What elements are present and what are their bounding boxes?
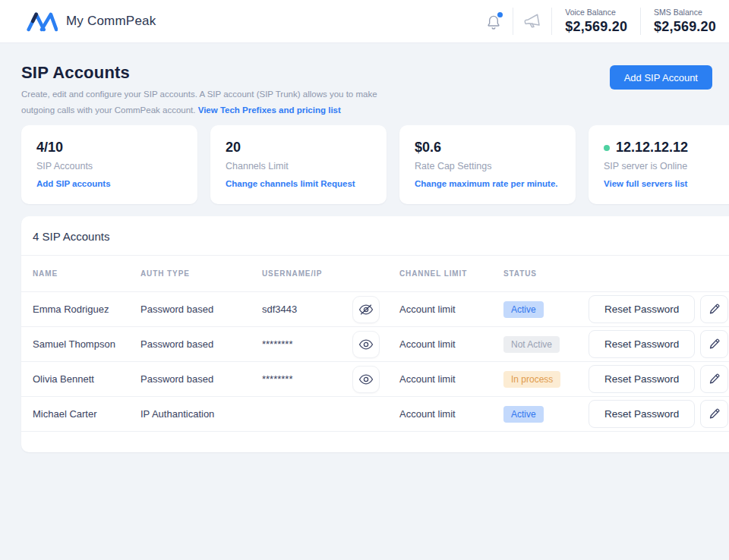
stat-label: SIP Accounts <box>36 161 182 171</box>
announcements-button[interactable] <box>513 0 551 42</box>
brand-name: My CommPeak <box>66 14 156 29</box>
auth-type: Password based <box>140 373 262 385</box>
channel-limit: Account limit <box>399 373 503 385</box>
stat-value: 20 <box>226 140 371 156</box>
eye-icon <box>358 374 374 385</box>
description-line-1: Create, edit and configure your SIP acco… <box>21 90 377 99</box>
stat-cards: 4/10 SIP Accounts Add SIP accounts 20 Ch… <box>21 125 729 204</box>
channel-limit: Account limit <box>399 304 503 315</box>
stat-card-rate-cap: $0.6 Rate Cap Settings Change maximum ra… <box>399 125 576 204</box>
table-row: Olivia Bennett Password based ******** A… <box>21 362 729 397</box>
reset-password-button[interactable]: Reset Password <box>589 330 695 358</box>
top-header: My CommPeak Voice Balance $2,569.20 <box>0 0 729 43</box>
username-ip: ******** <box>262 373 352 385</box>
table-header-row: NAME AUTH TYPE USERNAME/IP CHANNEL LIMIT… <box>21 256 729 292</box>
edit-button[interactable] <box>700 400 728 428</box>
tech-prefixes-pricing-link[interactable]: View Tech Prefixes and pricing list <box>198 105 341 115</box>
sip-accounts-table: 4 SIP Accounts NAME AUTH TYPE USERNAME/I… <box>21 216 729 452</box>
stat-value: $0.6 <box>415 140 560 156</box>
voice-balance: Voice Balance $2,569.20 <box>552 8 640 35</box>
toggle-password-visibility-button[interactable] <box>352 296 380 323</box>
stat-card-channels-limit: 20 Channels Limit Change channels limit … <box>210 125 387 204</box>
eye-off-icon <box>358 304 374 315</box>
column-header-channel-limit: CHANNEL LIMIT <box>399 269 503 278</box>
stat-label: Channels Limit <box>226 161 371 171</box>
page-description: Create, edit and configure your SIP acco… <box>21 87 377 118</box>
auth-type: Password based <box>140 304 262 315</box>
stat-value: 12.12.12.12 <box>604 140 729 156</box>
reset-password-button[interactable]: Reset Password <box>589 400 695 428</box>
toggle-password-visibility-button[interactable] <box>352 366 380 393</box>
column-header-auth-type: AUTH TYPE <box>140 269 262 278</box>
status-badge: In process <box>503 371 560 388</box>
status-badge: Active <box>503 406 544 423</box>
auth-type: Password based <box>140 338 262 350</box>
server-online-dot <box>604 145 610 151</box>
stat-card-sip-server: 12.12.12.12 SIP server is Online View fu… <box>589 125 729 204</box>
reset-password-button[interactable]: Reset Password <box>589 365 695 393</box>
stat-card-sip-accounts: 4/10 SIP Accounts Add SIP accounts <box>21 125 197 204</box>
account-name: Michael Carter <box>33 408 140 420</box>
pencil-icon <box>708 304 720 315</box>
sms-balance-label: SMS Balance <box>654 8 716 17</box>
sms-balance-value: $2,569.20 <box>654 19 716 35</box>
brand: My CommPeak <box>26 11 156 32</box>
voice-balance-value: $2,569.20 <box>565 19 627 35</box>
reset-password-button[interactable]: Reset Password <box>589 295 695 323</box>
commpeak-logo-icon <box>26 11 58 32</box>
toggle-password-visibility-button[interactable] <box>352 331 380 358</box>
stat-value: 4/10 <box>36 140 182 156</box>
server-ip: 12.12.12.12 <box>616 140 688 156</box>
channel-limit: Account limit <box>399 408 503 420</box>
stat-label: SIP server is Online <box>604 161 729 171</box>
column-header-username-ip: USERNAME/IP <box>262 269 399 278</box>
account-name: Emma Rodriguez <box>33 304 140 315</box>
table-body: Emma Rodriguez Password based sdf3443 Ac… <box>21 292 729 432</box>
add-sip-account-button[interactable]: Add SIP Account <box>610 65 712 90</box>
stat-label: Rate Cap Settings <box>415 161 560 171</box>
add-sip-accounts-link[interactable]: Add SIP accounts <box>36 179 111 188</box>
view-servers-list-link[interactable]: View full servers list <box>604 179 687 188</box>
column-header-name: NAME <box>33 269 140 278</box>
channel-limit: Account limit <box>399 338 503 350</box>
change-channels-limit-link[interactable]: Change channels limit Request <box>226 179 355 188</box>
table-title: 4 SIP Accounts <box>21 216 729 256</box>
edit-button[interactable] <box>700 365 728 393</box>
status-badge: Active <box>503 301 544 318</box>
edit-button[interactable] <box>700 295 728 323</box>
description-line-2: outgoing calls with your CommPeak accoun… <box>21 105 195 115</box>
username-ip: ******** <box>262 338 352 350</box>
account-name: Samuel Thompson <box>33 338 140 350</box>
pencil-icon <box>708 338 720 350</box>
page-title: SIP Accounts <box>21 64 377 82</box>
table-row: Emma Rodriguez Password based sdf3443 Ac… <box>21 292 729 327</box>
column-header-status: STATUS <box>503 269 589 278</box>
account-name: Olivia Bennett <box>33 373 140 385</box>
table-row: Samuel Thompson Password based ******** … <box>21 327 729 362</box>
voice-balance-label: Voice Balance <box>565 8 627 17</box>
change-max-rate-link[interactable]: Change maximum rate per minute. <box>415 179 558 188</box>
table-row: Michael Carter IP Authantication Account… <box>21 397 729 432</box>
sms-balance: SMS Balance $2,569.20 <box>641 8 729 35</box>
username-ip: sdf3443 <box>262 304 352 315</box>
auth-type: IP Authantication <box>140 408 262 420</box>
pencil-icon <box>708 408 720 420</box>
notifications-button[interactable] <box>475 0 513 42</box>
megaphone-icon <box>522 12 542 30</box>
eye-icon <box>358 339 374 350</box>
edit-button[interactable] <box>700 330 728 358</box>
pencil-icon <box>708 373 720 385</box>
status-badge: Not Active <box>503 336 560 353</box>
